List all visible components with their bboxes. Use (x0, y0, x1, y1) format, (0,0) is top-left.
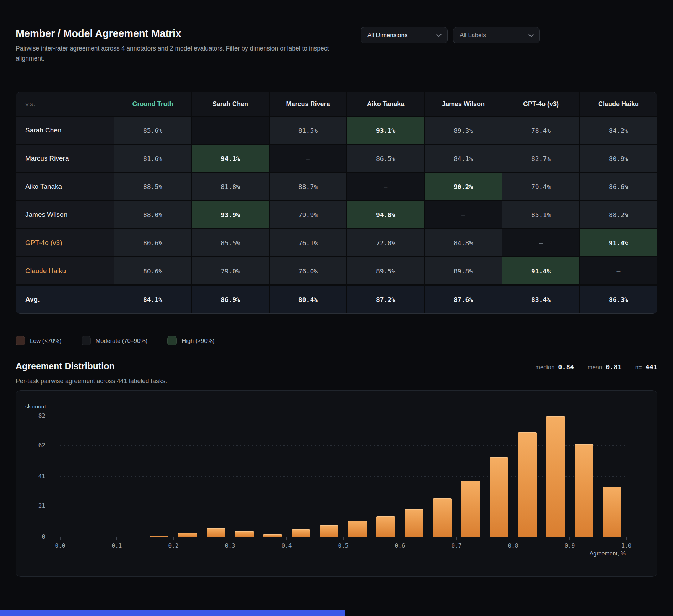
x-tick-mark (626, 537, 627, 540)
matrix-cell: 89.8% (425, 257, 502, 284)
stat-mean: mean0.81 (588, 363, 622, 371)
matrix-row-label: Claude Haiku (16, 257, 114, 284)
stat-value: 0.84 (558, 363, 574, 371)
x-tick-mark (513, 537, 513, 540)
y-tick-label: 62 (24, 442, 45, 449)
matrix-cell: 76.1% (270, 229, 346, 256)
distribution-subtitle: Per-task pairwise agreement across 441 l… (16, 377, 167, 385)
matrix-cell: – (425, 201, 502, 228)
matrix-col-header: Marcus Rivera (270, 92, 346, 116)
label-filter-value: All Labels (460, 32, 486, 39)
histogram-bar (263, 534, 282, 537)
legend-swatch (167, 336, 177, 345)
gridline (60, 416, 626, 416)
x-tick-label: 0.7 (446, 542, 467, 550)
x-tick-mark (343, 537, 344, 540)
histogram-bar (348, 521, 367, 537)
matrix-avg-cell: 84.1% (114, 286, 191, 313)
histogram-bar (405, 509, 423, 537)
stat-label: n= (635, 364, 642, 371)
matrix-avg-label: Avg. (16, 286, 114, 313)
matrix-row-label: Aiko Tanaka (16, 173, 114, 200)
x-tick-mark (230, 537, 230, 540)
histogram-bar (292, 529, 310, 537)
matrix-col-header: Aiko Tanaka (347, 92, 424, 116)
legend-item: High (>90%) (167, 336, 214, 345)
histogram-bar (575, 444, 593, 537)
x-tick-label: 0.3 (219, 542, 241, 550)
page-subtitle: Pairwise inter-rater agreement across 4 … (16, 43, 340, 63)
matrix-cell: 85.5% (192, 229, 269, 256)
matrix-cell: 78.4% (502, 117, 579, 144)
agreement-histogram-panel: sk count Agreement, % 0214162820.00.10.2… (16, 390, 657, 577)
stat-value: 441 (646, 363, 657, 371)
legend-label: High (>90%) (182, 338, 214, 344)
x-tick-label: 0.4 (276, 542, 297, 550)
histogram-bar (518, 432, 537, 537)
matrix-cell: 85.1% (502, 201, 579, 228)
matrix-cell: 90.2% (425, 173, 502, 200)
y-tick-label: 41 (24, 473, 45, 480)
matrix-avg-cell: 87.6% (425, 286, 502, 313)
matrix-col-header: Sarah Chen (192, 92, 269, 116)
dimension-filter-value: All Dimensions (367, 32, 407, 39)
legend-label: Moderate (70–90%) (96, 338, 148, 344)
matrix-cell: 82.7% (502, 145, 579, 172)
gridline (60, 506, 626, 506)
matrix-cell: 88.7% (270, 173, 346, 200)
x-tick-label: 0.1 (106, 542, 127, 550)
y-tick-label: 82 (24, 412, 45, 420)
matrix-col-header: GPT-4o (v3) (502, 92, 579, 116)
matrix-cell: 86.6% (580, 173, 657, 200)
matrix-cell: 88.0% (114, 201, 191, 228)
x-tick-mark (173, 537, 174, 540)
histogram-bar (235, 531, 254, 537)
histogram-bar (546, 416, 565, 537)
matrix-row-label: Sarah Chen (16, 117, 114, 144)
histogram-bar (603, 487, 621, 537)
filter-bar: All Dimensions All Labels (361, 27, 540, 43)
distribution-stats: median0.84mean0.81n=441 (535, 363, 657, 371)
legend-label: Low (<70%) (30, 338, 62, 344)
matrix-avg-cell: 86.9% (192, 286, 269, 313)
matrix-cell: 94.8% (347, 201, 424, 228)
matrix-avg-cell: 86.3% (580, 286, 657, 313)
x-tick-label: 1.0 (616, 542, 637, 550)
matrix-col-header: Ground Truth (114, 92, 191, 116)
matrix-corner-label: VS. (16, 92, 114, 116)
matrix-legend: Low (<70%)Moderate (70–90%)High (>90%) (16, 336, 215, 345)
bottom-selection-bar (0, 610, 345, 616)
x-tick-label: 0.5 (333, 542, 354, 550)
stat-value: 0.81 (606, 363, 622, 371)
y-tick-label: 0 (24, 533, 45, 541)
matrix-cell: 88.2% (580, 201, 657, 228)
histogram-bar (207, 528, 225, 537)
matrix-cell: 91.4% (502, 257, 579, 284)
matrix-cell: 84.2% (580, 117, 657, 144)
dimension-filter-dropdown[interactable]: All Dimensions (361, 27, 448, 43)
x-tick-mark (60, 537, 61, 540)
y-tick-label: 21 (24, 502, 45, 510)
matrix-col-header: James Wilson (425, 92, 502, 116)
matrix-cell: 72.0% (347, 229, 424, 256)
matrix-cell: 84.8% (425, 229, 502, 256)
x-tick-mark (456, 537, 457, 540)
gridline (60, 445, 626, 446)
histogram-bar (490, 457, 508, 537)
label-filter-dropdown[interactable]: All Labels (453, 27, 540, 43)
matrix-cell: 79.0% (192, 257, 269, 284)
x-tick-label: 0.9 (559, 542, 580, 550)
matrix-cell: 93.1% (347, 117, 424, 144)
x-tick-mark (286, 537, 287, 540)
gridline (60, 476, 626, 477)
histogram-bar (178, 533, 197, 537)
agreement-matrix-panel: VS.Ground TruthSarah ChenMarcus RiveraAi… (16, 92, 657, 314)
matrix-cell: 81.8% (192, 173, 269, 200)
matrix-cell: 81.5% (270, 117, 346, 144)
stat-n: n=441 (635, 363, 657, 371)
matrix-row-label: GPT-4o (v3) (16, 229, 114, 256)
matrix-cell: 79.9% (270, 201, 346, 228)
x-tick-mark (116, 537, 117, 540)
matrix-cell: 79.4% (502, 173, 579, 200)
matrix-cell: 89.3% (425, 117, 502, 144)
